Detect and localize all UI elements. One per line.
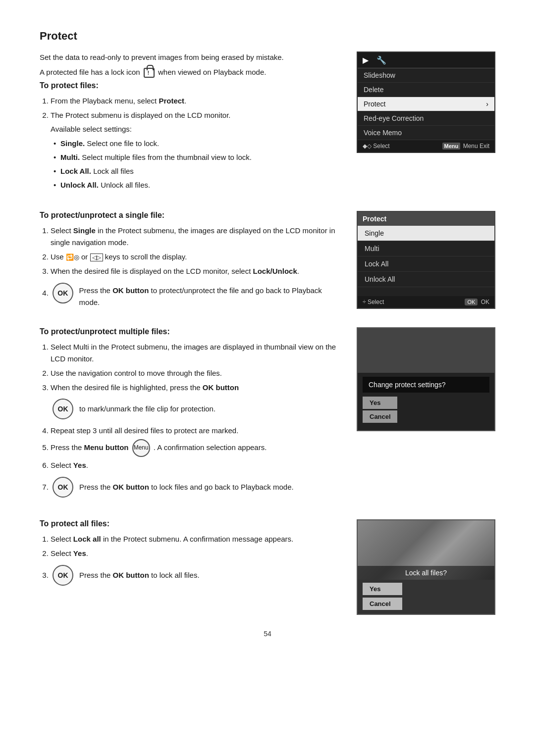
step-item: Press the Menu button Menu . A confirmat… [51,439,342,457]
left-content: Set the data to read-only to prevent ima… [40,51,342,196]
arrow-keys-icon: ◁▷ [90,253,103,261]
menu-row-delete: Delete [358,83,494,97]
scroll-keys-icon: 🔁◎ [66,253,79,261]
list-item: Unlock All. Unlock all files. [60,179,342,191]
dialog-content: Change protect settings? Yes Cancel [358,373,494,430]
protect-panel-footer: ÷ Select OK OK [358,296,494,308]
protect-row-single: Single [358,226,494,241]
change-protect-panel: Change protect settings? Yes Cancel [357,327,495,504]
step-item: Use 🔁◎ or ◁▷ keys to scroll the display. [51,251,342,263]
lockall-cancel-btn[interactable]: Cancel [363,598,402,610]
menu-button-icon: Menu [132,439,150,457]
step-item: From the Playback menu, select Protect. [51,95,342,107]
footer-select: ÷ Select [363,299,384,305]
step-item: When the desired file is displayed on th… [51,265,342,277]
menu-row-protect: Protect › [358,97,494,111]
page-number: 54 [40,630,495,638]
menu-row-voicememo: Voice Memo [358,126,494,140]
ok-button-icon-4: OK [53,565,73,586]
panel-header: ▶ 🔧 [358,52,494,68]
step-item: Select Multi in the Protect submenu, the… [51,341,342,365]
step-item: When the desired file is highlighted, pr… [51,382,342,422]
page-container: Protect Set the data to read-only to pre… [0,0,535,667]
footer-ok: OK OK [465,299,489,305]
lockall-bg: Lock all files? [358,520,494,580]
panel-spacer [358,287,494,296]
all-steps: Select Lock all in the Protect submenu. … [40,533,342,589]
available-settings-label: Available select settings: [51,123,342,135]
ok-button-icon-2: OK [53,399,73,419]
wrench-icon: 🔧 [376,55,386,65]
lockall-panel: Lock all files? Yes Cancel [357,519,495,615]
page-title: Protect [40,30,495,43]
protect-row-lockall: Lock All [358,256,494,272]
protect-panel-title: Protect [358,212,494,226]
protect-files-heading: To protect files: [40,81,342,90]
protect-submenu-panel: Protect Single Multi Lock All Unlock All… [357,211,495,312]
play-icon: ▶ [363,55,369,65]
menu-row-slideshow: Slideshow [358,68,494,83]
dialog-cancel-btn[interactable]: Cancel [363,410,397,423]
lockall-dialog: Lock all files? Yes Cancel [357,519,495,615]
playback-menu-ui: ▶ 🔧 Slideshow Delete Protect › Red-eye C… [357,51,495,153]
dialog-message: Change protect settings? [363,377,489,393]
dialog-yes-btn[interactable]: Yes [363,397,397,409]
step-item: The Protect submenu is displayed on the … [51,109,342,191]
step-item: OK Press the OK button to lock all files… [51,562,342,589]
all-left: To protect all files: Select Lock all in… [40,519,342,615]
settings-list: Single. Select one file to lock. Multi. … [51,138,342,191]
step-item: Select Yes. [51,459,342,471]
dialog-bg [358,328,494,373]
intro-section: Set the data to read-only to prevent ima… [40,51,495,196]
single-steps: Select Single in the Protect submenu, th… [40,225,342,308]
all-heading: To protect all files: [40,519,342,528]
ok-badge-icon: OK [465,299,478,305]
list-item: Multi. Select multiple files from the th… [60,151,342,163]
single-heading: To protect/unprotect a single file: [40,211,342,220]
protect-files-steps: From the Playback menu, select Protect. … [40,95,342,191]
step-item: Use the navigation control to move throu… [51,367,342,379]
protect-submenu-ui: Protect Single Multi Lock All Unlock All… [357,211,495,309]
step-item: Repeat step 3 until all desired files to… [51,425,342,437]
menu-row-redeye: Red-eye Correction [358,111,494,126]
list-item: Lock All. Lock all files [60,165,342,177]
multi-steps: Select Multi in the Protect submenu, the… [40,341,342,501]
step-item: Select Yes. [51,548,342,559]
step-item: Select Single in the Protect submenu, th… [51,225,342,249]
list-item: Single. Select one file to lock. [60,138,342,150]
single-file-section: To protect/unprotect a single file: Sele… [40,211,495,312]
lock-icon [144,68,155,78]
playback-menu-panel: ▶ 🔧 Slideshow Delete Protect › Red-eye C… [357,51,495,196]
all-files-section: To protect all files: Select Lock all in… [40,519,495,615]
intro-line2: A protected file has a lock icon when vi… [40,66,342,78]
single-left: To protect/unprotect a single file: Sele… [40,211,342,312]
multi-heading: To protect/unprotect multiple files: [40,327,342,336]
lockall-message: Lock all files? [358,566,494,580]
step-item: Select Lock all in the Protect submenu. … [51,533,342,545]
change-protect-dialog: Change protect settings? Yes Cancel [357,327,495,431]
ok-button-icon-3: OK [53,477,73,498]
footer-select: ◆◇ Select [363,143,390,150]
panel-footer: ◆◇ Select Menu Menu Exit [358,140,494,152]
protect-row-multi: Multi [358,241,494,256]
step-item: OK Press the OK button to protect/unprot… [51,280,342,308]
lockall-yes-btn[interactable]: Yes [363,583,402,595]
lockall-buttons: Yes Cancel [358,580,494,614]
intro-line1: Set the data to read-only to prevent ima… [40,51,342,63]
protect-files-section: To protect files: From the Playback menu… [40,81,342,191]
multi-file-section: To protect/unprotect multiple files: Sel… [40,327,495,504]
ok-button-icon: OK [53,283,73,303]
multi-left: To protect/unprotect multiple files: Sel… [40,327,342,504]
protect-row-unlockall: Unlock All [358,272,494,287]
footer-exit: Menu Menu Exit [442,143,489,150]
step-item: OK Press the OK button to lock files and… [51,474,342,501]
